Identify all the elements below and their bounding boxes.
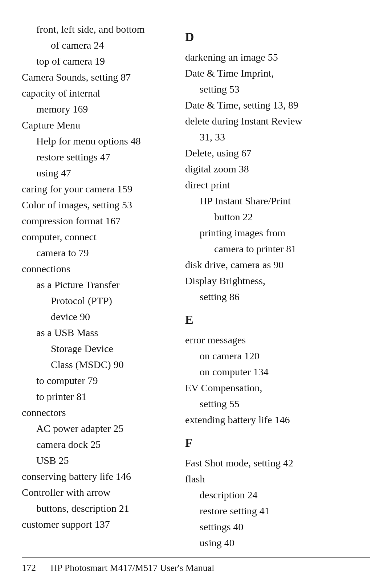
right-column: Ddarkening an image 55Date & Time Imprin… [178, 22, 370, 530]
index-entry: settings 40 [185, 519, 370, 535]
section-header: D [185, 28, 370, 46]
index-entry: delete during Instant Review [185, 114, 370, 129]
index-entry: Color of images, setting 53 [22, 197, 167, 213]
index-entry: Camera Sounds, setting 87 [22, 70, 167, 85]
index-entry: of camera 24 [22, 38, 167, 53]
index-entry: to computer 79 [22, 373, 167, 388]
index-entry: to printer 81 [22, 389, 167, 404]
section-header: F [185, 433, 370, 452]
index-entry: caring for your camera 159 [22, 181, 167, 197]
index-entry: computer, connect [22, 229, 167, 245]
index-entry: connectors [22, 405, 167, 420]
index-entry: using 47 [22, 166, 167, 181]
index-entry: printing images from [185, 225, 370, 241]
index-entry: setting 86 [185, 289, 370, 305]
index-entry: Controller with arrow [22, 485, 167, 500]
index-entry: restore setting 41 [185, 503, 370, 519]
index-entry: button 22 [185, 209, 370, 225]
index-entry: 31, 33 [185, 130, 370, 145]
index-entry: camera dock 25 [22, 437, 167, 452]
content-area: front, left side, and bottomof camera 24… [22, 22, 370, 530]
index-entry: camera to printer 81 [185, 241, 370, 257]
index-entry: flash [185, 471, 370, 487]
index-entry: connections [22, 261, 167, 277]
index-entry: AC power adapter 25 [22, 421, 167, 436]
index-entry: Date & Time Imprint, [185, 66, 370, 81]
index-entry: camera to 79 [22, 245, 167, 261]
index-entry: front, left side, and bottom [22, 22, 167, 37]
footer: 172 HP Photosmart M417/M517 User's Manua… [22, 557, 370, 573]
index-entry: memory 169 [22, 102, 167, 117]
index-entry: restore settings 47 [22, 150, 167, 165]
left-column: front, left side, and bottomof camera 24… [22, 22, 178, 530]
index-entry: error messages [185, 332, 370, 348]
section-header: E [185, 310, 370, 329]
index-entry: on camera 120 [185, 348, 370, 364]
index-entry: Help for menu options 48 [22, 134, 167, 149]
index-entry: Class (MSDC) 90 [22, 357, 167, 372]
index-entry: extending battery life 146 [185, 412, 370, 428]
index-entry: Date & Time, setting 13, 89 [185, 98, 370, 113]
index-entry: USB 25 [22, 453, 167, 468]
index-entry: compression format 167 [22, 213, 167, 229]
index-entry: on computer 134 [185, 364, 370, 380]
index-entry: Delete, using 67 [185, 146, 370, 161]
index-entry: EV Compensation, [185, 380, 370, 396]
index-entry: disk drive, camera as 90 [185, 257, 370, 273]
index-entry: description 24 [185, 487, 370, 503]
footer-title: HP Photosmart M417/M517 User's Manual [50, 563, 215, 573]
index-entry: Display Brightness, [185, 273, 370, 289]
index-entry: HP Instant Share/Print [185, 193, 370, 209]
index-entry: darkening an image 55 [185, 50, 370, 65]
index-entry: top of camera 19 [22, 54, 167, 69]
index-entry: setting 53 [185, 82, 370, 97]
index-entry: device 90 [22, 309, 167, 324]
index-entry: buttons, description 21 [22, 501, 167, 516]
page: front, left side, and bottomof camera 24… [0, 0, 392, 588]
index-entry: digital zoom 38 [185, 162, 370, 177]
index-entry: setting 55 [185, 396, 370, 412]
footer-page-number: 172 [22, 563, 36, 573]
index-entry: conserving battery life 146 [22, 469, 167, 484]
index-entry: Protocol (PTP) [22, 293, 167, 309]
index-entry: using 40 [185, 535, 370, 551]
index-entry: capacity of internal [22, 86, 167, 101]
index-entry: Storage Device [22, 341, 167, 356]
index-entry: as a USB Mass [22, 325, 167, 340]
index-entry: direct print [185, 177, 370, 193]
index-entry: Capture Menu [22, 118, 167, 133]
index-entry: Fast Shot mode, setting 42 [185, 456, 370, 471]
index-entry: customer support 137 [22, 517, 167, 532]
index-entry: as a Picture Transfer [22, 277, 167, 293]
